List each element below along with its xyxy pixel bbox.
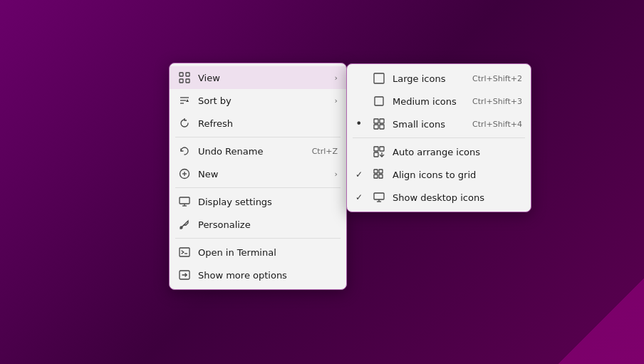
personalize-icon bbox=[178, 218, 191, 231]
divider-3 bbox=[175, 238, 341, 239]
svg-rect-7 bbox=[380, 119, 384, 123]
small-icons-label: Small icons bbox=[393, 119, 465, 130]
menu-item-refresh[interactable]: Refresh bbox=[170, 112, 346, 135]
svg-rect-10 bbox=[374, 147, 378, 151]
menu-item-undo-rename[interactable]: Undo Rename Ctrl+Z bbox=[170, 140, 346, 162]
display-settings-label: Display settings bbox=[198, 197, 338, 207]
svg-rect-11 bbox=[380, 147, 384, 151]
svg-rect-0 bbox=[180, 73, 183, 76]
medium-icons-shortcut: Ctrl+Shift+3 bbox=[472, 97, 522, 106]
view-arrow: › bbox=[335, 73, 338, 83]
more-icon bbox=[178, 269, 191, 281]
align-grid-icon bbox=[373, 168, 385, 181]
svg-rect-5 bbox=[375, 97, 383, 105]
undo-rename-label: Undo Rename bbox=[198, 146, 305, 157]
display-icon bbox=[178, 195, 191, 208]
svg-rect-8 bbox=[374, 125, 378, 129]
menu-item-sort-by[interactable]: Sort by › bbox=[170, 89, 346, 112]
personalize-label: Personalize bbox=[198, 219, 338, 230]
divider-2 bbox=[175, 187, 341, 188]
svg-rect-18 bbox=[374, 193, 384, 199]
open-terminal-label: Open in Terminal bbox=[198, 247, 338, 258]
medium-icons-label: Medium icons bbox=[393, 96, 465, 107]
show-more-label: Show more options bbox=[198, 270, 338, 281]
view-submenu: Large icons Ctrl+Shift+2 Medium icons Ct… bbox=[346, 63, 531, 212]
show-desktop-icon bbox=[373, 191, 385, 204]
large-icons-shortcut: Ctrl+Shift+2 bbox=[472, 74, 522, 83]
new-arrow: › bbox=[335, 170, 338, 179]
view-label: View bbox=[198, 73, 328, 83]
auto-arrange-label: Auto arrange icons bbox=[393, 147, 522, 157]
svg-rect-17 bbox=[379, 175, 383, 178]
sort-icon bbox=[178, 94, 191, 107]
align-grid-label: Align icons to grid bbox=[393, 170, 522, 180]
new-label: New bbox=[198, 169, 328, 180]
svg-rect-31 bbox=[180, 248, 189, 256]
svg-rect-1 bbox=[186, 73, 189, 76]
sub-divider-1 bbox=[353, 137, 525, 138]
submenu-item-small-icons[interactable]: • Small icons Ctrl+Shift+4 bbox=[347, 113, 531, 135]
refresh-icon bbox=[178, 117, 191, 130]
svg-rect-14 bbox=[374, 170, 378, 173]
svg-rect-16 bbox=[374, 175, 378, 178]
desktop: View › Large icons Ctrl+Shift+2 bbox=[0, 0, 644, 364]
menu-item-open-terminal[interactable]: Open in Terminal bbox=[170, 241, 346, 264]
large-icons-icon bbox=[373, 72, 385, 85]
small-dot: • bbox=[355, 118, 365, 130]
undo-icon bbox=[178, 145, 191, 157]
deco-shape bbox=[559, 279, 644, 364]
show-desktop-label: Show desktop icons bbox=[393, 192, 522, 203]
medium-icons-icon bbox=[373, 95, 385, 108]
menu-item-new[interactable]: New › bbox=[170, 162, 346, 185]
desktop-check: ✓ bbox=[355, 192, 365, 202]
svg-rect-4 bbox=[374, 73, 384, 83]
menu-item-personalize[interactable]: Personalize bbox=[170, 213, 346, 236]
large-icons-label: Large icons bbox=[393, 73, 465, 84]
svg-rect-9 bbox=[380, 125, 384, 129]
sort-by-label: Sort by bbox=[198, 95, 328, 106]
svg-rect-3 bbox=[186, 79, 189, 83]
svg-rect-2 bbox=[180, 79, 183, 83]
align-check: ✓ bbox=[355, 170, 365, 180]
svg-rect-15 bbox=[379, 170, 383, 173]
submenu-item-show-desktop[interactable]: ✓ Show desktop icons bbox=[347, 186, 531, 209]
submenu-item-align-grid[interactable]: ✓ Align icons to grid bbox=[347, 163, 531, 186]
small-icons-icon bbox=[373, 118, 385, 130]
sort-arrow: › bbox=[335, 96, 338, 105]
menu-item-view[interactable]: View › Large icons Ctrl+Shift+2 bbox=[170, 66, 346, 89]
submenu-item-medium-icons[interactable]: Medium icons Ctrl+Shift+3 bbox=[347, 90, 531, 113]
context-menu: View › Large icons Ctrl+Shift+2 bbox=[169, 63, 347, 290]
svg-rect-27 bbox=[180, 197, 189, 204]
menu-item-display-settings[interactable]: Display settings bbox=[170, 190, 346, 213]
menu-item-show-more[interactable]: Show more options bbox=[170, 264, 346, 286]
small-icons-shortcut: Ctrl+Shift+4 bbox=[472, 120, 522, 129]
auto-arrange-icon bbox=[373, 145, 385, 158]
submenu-item-auto-arrange[interactable]: Auto arrange icons bbox=[347, 140, 531, 163]
svg-rect-12 bbox=[374, 152, 378, 157]
refresh-label: Refresh bbox=[198, 118, 338, 129]
undo-shortcut: Ctrl+Z bbox=[312, 147, 338, 156]
svg-rect-6 bbox=[374, 119, 378, 123]
terminal-icon bbox=[178, 246, 191, 259]
new-icon bbox=[178, 167, 191, 180]
submenu-item-large-icons[interactable]: Large icons Ctrl+Shift+2 bbox=[347, 67, 531, 90]
divider-1 bbox=[175, 137, 341, 137]
view-icon bbox=[178, 71, 191, 84]
